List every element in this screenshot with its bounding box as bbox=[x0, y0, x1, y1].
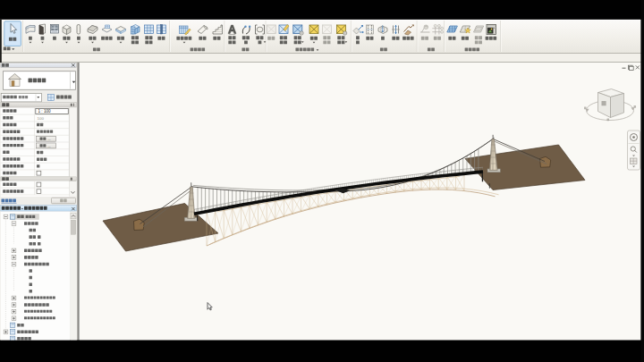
svg-text:100: 100 bbox=[38, 116, 45, 121]
svg-text:1 : 100: 1 : 100 bbox=[38, 109, 51, 114]
svg-text:...: ... bbox=[48, 138, 51, 141]
svg-text:...: ... bbox=[48, 145, 51, 148]
